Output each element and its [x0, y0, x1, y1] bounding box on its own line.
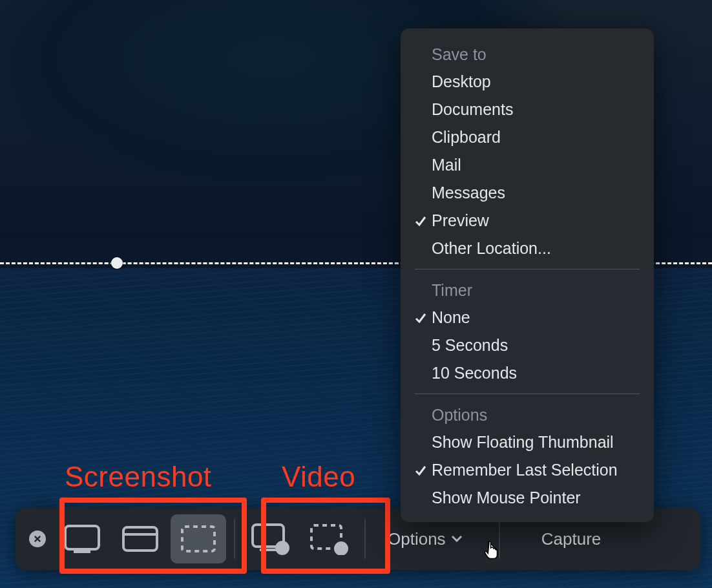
menu-item[interactable]: Other Location...	[401, 235, 654, 262]
check-icon	[411, 464, 430, 477]
menu-item-label: Clipboard	[432, 128, 501, 147]
close-icon	[33, 534, 42, 543]
check-icon	[411, 215, 430, 227]
menu-item-label: None	[432, 308, 470, 327]
menu-item-label: Mail	[432, 156, 461, 174]
menu-section-save-to: Save to	[401, 40, 654, 68]
menu-section-timer: Timer	[401, 276, 654, 304]
menu-item[interactable]: Preview	[401, 207, 654, 235]
options-menu: Save to DesktopDocumentsClipboardMailMes…	[401, 28, 654, 522]
menu-separator-2	[415, 394, 640, 394]
menu-item[interactable]: 10 Seconds	[401, 359, 654, 387]
mouse-cursor-icon	[483, 540, 500, 560]
menu-item-label: Preview	[432, 211, 489, 230]
menu-item[interactable]: Desktop	[401, 68, 654, 96]
chevron-down-icon	[451, 535, 463, 543]
menu-item[interactable]: Remember Last Selection	[401, 456, 654, 484]
menu-item[interactable]: Show Floating Thumbnail	[401, 428, 654, 456]
menu-item[interactable]: 5 Seconds	[401, 331, 654, 359]
menu-item-label: Remember Last Selection	[432, 461, 618, 479]
menu-item[interactable]: Mail	[401, 151, 654, 179]
capture-button-label: Capture	[541, 529, 602, 549]
menu-item-label: Show Mouse Pointer	[432, 488, 581, 507]
options-button-label: Options	[388, 529, 446, 549]
menu-item-label: Other Location...	[432, 239, 551, 258]
selection-handle[interactable]	[111, 257, 123, 269]
menu-item-label: Messages	[432, 184, 505, 202]
menu-item[interactable]: Messages	[401, 179, 654, 207]
annotation-video-label: Video	[282, 461, 355, 493]
close-button[interactable]	[22, 530, 53, 547]
annotation-screenshot-box	[59, 498, 247, 574]
menu-item[interactable]: Show Mouse Pointer	[401, 484, 654, 512]
menu-item-label: 5 Seconds	[432, 336, 508, 355]
menu-item-label: Desktop	[432, 72, 491, 91]
menu-item[interactable]: Documents	[401, 96, 654, 123]
menu-item-label: 10 Seconds	[432, 364, 517, 383]
annotation-video-box	[261, 498, 390, 574]
menu-separator	[415, 269, 640, 269]
check-icon	[411, 311, 430, 324]
menu-item[interactable]: None	[401, 304, 654, 331]
menu-section-options: Options	[401, 401, 654, 428]
menu-item[interactable]: Clipboard	[401, 123, 654, 151]
menu-item-label: Show Floating Thumbnail	[432, 433, 614, 452]
menu-item-label: Documents	[432, 100, 513, 119]
annotation-screenshot-label: Screenshot	[65, 461, 212, 493]
